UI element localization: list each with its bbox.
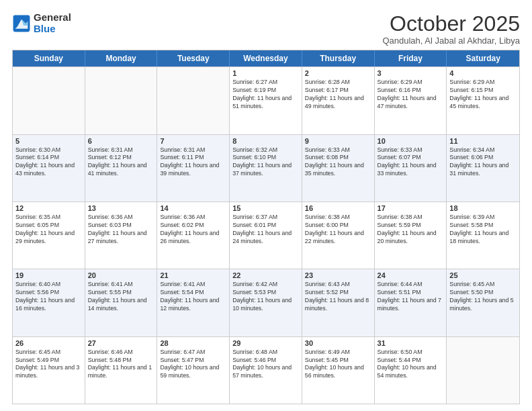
day-info: Sunrise: 6:33 AMSunset: 6:08 PMDaylight:… [305, 146, 371, 179]
day-info: Sunrise: 6:30 AMSunset: 6:14 PMDaylight:… [15, 146, 82, 179]
cal-cell-w1-d0: 5Sunrise: 6:30 AMSunset: 6:14 PMDaylight… [13, 135, 85, 201]
day-number: 20 [88, 271, 154, 279]
day-info: Sunrise: 6:29 AMSunset: 6:15 PMDaylight:… [449, 79, 517, 111]
day-number: 30 [305, 339, 371, 347]
day-info: Sunrise: 6:46 AMSunset: 5:48 PMDaylight:… [88, 349, 154, 381]
cal-cell-w2-d3: 15Sunrise: 6:37 AMSunset: 6:01 PMDayligh… [230, 202, 302, 269]
day-info: Sunrise: 6:31 AMSunset: 6:12 PMDaylight:… [88, 146, 154, 179]
day-number: 9 [305, 137, 371, 145]
day-info: Sunrise: 6:41 AMSunset: 5:54 PMDaylight:… [160, 281, 226, 313]
day-info: Sunrise: 6:29 AMSunset: 6:16 PMDaylight:… [378, 79, 444, 111]
day-number: 25 [449, 271, 517, 279]
cal-cell-w0-d0 [13, 67, 85, 134]
cal-cell-w2-d4: 16Sunrise: 6:38 AMSunset: 6:00 PMDayligh… [302, 202, 375, 269]
cal-cell-w0-d6: 4Sunrise: 6:29 AMSunset: 6:15 PMDaylight… [447, 67, 519, 134]
day-number: 16 [305, 204, 371, 212]
day-number: 13 [88, 204, 154, 212]
day-info: Sunrise: 6:32 AMSunset: 6:10 PMDaylight:… [232, 146, 299, 179]
cal-header-tuesday: Tuesday [157, 50, 230, 66]
cal-week-2: 12Sunrise: 6:35 AMSunset: 6:05 PMDayligh… [13, 201, 519, 269]
day-info: Sunrise: 6:42 AMSunset: 5:53 PMDaylight:… [232, 281, 299, 313]
day-number: 15 [232, 204, 299, 212]
day-number: 5 [15, 137, 82, 145]
day-info: Sunrise: 6:39 AMSunset: 5:58 PMDaylight:… [449, 214, 517, 246]
day-number: 26 [15, 339, 82, 347]
cal-cell-w2-d5: 17Sunrise: 6:38 AMSunset: 5:59 PMDayligh… [375, 202, 447, 269]
day-info: Sunrise: 6:44 AMSunset: 5:51 PMDaylight:… [378, 281, 444, 313]
day-info: Sunrise: 6:43 AMSunset: 5:52 PMDaylight:… [305, 281, 371, 313]
day-info: Sunrise: 6:36 AMSunset: 6:02 PMDaylight:… [160, 214, 226, 246]
day-number: 24 [378, 271, 444, 279]
day-info: Sunrise: 6:37 AMSunset: 6:01 PMDaylight:… [232, 214, 299, 246]
day-number: 21 [160, 271, 226, 279]
cal-week-3: 19Sunrise: 6:40 AMSunset: 5:56 PMDayligh… [13, 269, 519, 336]
cal-header-sunday: Sunday [13, 50, 85, 66]
cal-cell-w4-d0: 26Sunrise: 6:45 AMSunset: 5:49 PMDayligh… [13, 337, 85, 404]
day-number: 22 [232, 271, 299, 279]
day-info: Sunrise: 6:31 AMSunset: 6:11 PMDaylight:… [160, 146, 226, 179]
cal-cell-w2-d1: 13Sunrise: 6:36 AMSunset: 6:03 PMDayligh… [85, 202, 158, 269]
day-info: Sunrise: 6:48 AMSunset: 5:46 PMDaylight:… [232, 349, 299, 381]
cal-cell-w1-d6: 11Sunrise: 6:34 AMSunset: 6:06 PMDayligh… [447, 135, 519, 201]
cal-cell-w1-d1: 6Sunrise: 6:31 AMSunset: 6:12 PMDaylight… [85, 135, 158, 201]
day-info: Sunrise: 6:45 AMSunset: 5:50 PMDaylight:… [449, 281, 517, 313]
cal-cell-w0-d5: 3Sunrise: 6:29 AMSunset: 6:16 PMDaylight… [375, 67, 447, 134]
cal-cell-w0-d3: 1Sunrise: 6:27 AMSunset: 6:19 PMDaylight… [230, 67, 302, 134]
title-block: October 2025 Qandulah, Al Jabal al Akhda… [382, 12, 520, 46]
cal-header-thursday: Thursday [302, 50, 375, 66]
cal-cell-w4-d6 [447, 337, 519, 404]
day-number: 18 [449, 204, 517, 212]
header: General Blue October 2025 Qandulah, Al J… [12, 12, 520, 46]
day-number: 8 [232, 137, 299, 145]
cal-header-saturday: Saturday [447, 50, 519, 66]
cal-header-wednesday: Wednesday [230, 50, 302, 66]
cal-cell-w0-d4: 2Sunrise: 6:28 AMSunset: 6:17 PMDaylight… [302, 67, 375, 134]
cal-cell-w3-d0: 19Sunrise: 6:40 AMSunset: 5:56 PMDayligh… [13, 269, 85, 336]
day-number: 3 [378, 69, 444, 77]
cal-week-0: 1Sunrise: 6:27 AMSunset: 6:19 PMDaylight… [13, 66, 519, 134]
calendar: SundayMondayTuesdayWednesdayThursdayFrid… [12, 50, 520, 404]
logo-icon [12, 14, 31, 33]
day-number: 1 [232, 69, 299, 77]
day-info: Sunrise: 6:49 AMSunset: 5:45 PMDaylight:… [305, 349, 371, 381]
calendar-body: 1Sunrise: 6:27 AMSunset: 6:19 PMDaylight… [13, 66, 519, 404]
day-info: Sunrise: 6:34 AMSunset: 6:06 PMDaylight:… [449, 146, 517, 179]
day-info: Sunrise: 6:38 AMSunset: 5:59 PMDaylight:… [378, 214, 444, 246]
cal-cell-w1-d5: 10Sunrise: 6:33 AMSunset: 6:07 PMDayligh… [375, 135, 447, 201]
day-number: 14 [160, 204, 226, 212]
day-info: Sunrise: 6:40 AMSunset: 5:56 PMDaylight:… [15, 281, 82, 313]
day-number: 6 [88, 137, 154, 145]
cal-week-4: 26Sunrise: 6:45 AMSunset: 5:49 PMDayligh… [13, 336, 519, 404]
day-info: Sunrise: 6:35 AMSunset: 6:05 PMDaylight:… [15, 214, 82, 246]
day-info: Sunrise: 6:36 AMSunset: 6:03 PMDaylight:… [88, 214, 154, 246]
day-number: 17 [378, 204, 444, 212]
logo-text: General Blue [34, 12, 71, 34]
day-info: Sunrise: 6:50 AMSunset: 5:44 PMDaylight:… [378, 349, 444, 381]
location: Qandulah, Al Jabal al Akhdar, Libya [382, 36, 520, 46]
calendar-header-row: SundayMondayTuesdayWednesdayThursdayFrid… [13, 50, 519, 66]
day-number: 23 [305, 271, 371, 279]
cal-cell-w2-d0: 12Sunrise: 6:35 AMSunset: 6:05 PMDayligh… [13, 202, 85, 269]
cal-cell-w1-d4: 9Sunrise: 6:33 AMSunset: 6:08 PMDaylight… [302, 135, 375, 201]
day-number: 2 [305, 69, 371, 77]
day-number: 7 [160, 137, 226, 145]
logo: General Blue [12, 12, 71, 34]
cal-cell-w0-d2 [157, 67, 230, 134]
cal-cell-w4-d1: 27Sunrise: 6:46 AMSunset: 5:48 PMDayligh… [85, 337, 158, 404]
cal-cell-w3-d6: 25Sunrise: 6:45 AMSunset: 5:50 PMDayligh… [447, 269, 519, 336]
cal-cell-w3-d1: 20Sunrise: 6:41 AMSunset: 5:55 PMDayligh… [85, 269, 158, 336]
cal-cell-w4-d4: 30Sunrise: 6:49 AMSunset: 5:45 PMDayligh… [302, 337, 375, 404]
cal-cell-w1-d2: 7Sunrise: 6:31 AMSunset: 6:11 PMDaylight… [157, 135, 230, 201]
cal-cell-w4-d2: 28Sunrise: 6:47 AMSunset: 5:47 PMDayligh… [157, 337, 230, 404]
cal-week-1: 5Sunrise: 6:30 AMSunset: 6:14 PMDaylight… [13, 134, 519, 201]
day-number: 11 [449, 137, 517, 145]
day-number: 28 [160, 339, 226, 347]
cal-header-friday: Friday [375, 50, 447, 66]
cal-cell-w3-d2: 21Sunrise: 6:41 AMSunset: 5:54 PMDayligh… [157, 269, 230, 336]
day-info: Sunrise: 6:33 AMSunset: 6:07 PMDaylight:… [378, 146, 444, 179]
day-number: 19 [15, 271, 82, 279]
day-number: 31 [378, 339, 444, 347]
logo-general-text: General [34, 12, 71, 24]
day-info: Sunrise: 6:28 AMSunset: 6:17 PMDaylight:… [305, 79, 371, 111]
day-number: 27 [88, 339, 154, 347]
